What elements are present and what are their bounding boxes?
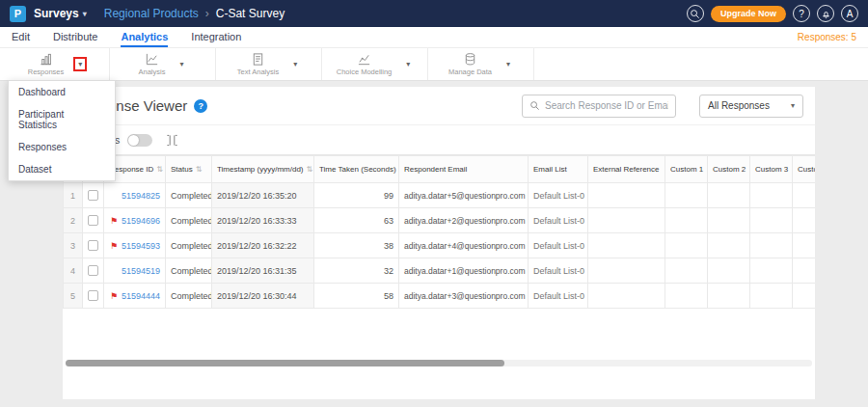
sort-icon[interactable]: ⇅ — [156, 165, 163, 174]
menu-item-participant-statistics[interactable]: Participant Statistics — [9, 103, 115, 136]
row-checkbox[interactable] — [88, 290, 98, 301]
table-row: 2⚑51594696Completed2019/12/20 16:33:3363… — [64, 208, 816, 233]
response-id-link[interactable]: 51594444 — [122, 291, 160, 301]
status-cell: Completed — [166, 233, 212, 258]
row-checkbox[interactable] — [88, 240, 98, 251]
column-header-timestamp-yyyy-mm-dd-[interactable]: Timestamp (yyyy/mm/dd)⇅ — [212, 156, 314, 183]
row-number: 1 — [64, 183, 83, 208]
help-button[interactable]: ? — [793, 5, 810, 22]
response-id-cell: ⚑51594696 — [104, 208, 166, 233]
chevron-down-icon: ▾ — [83, 10, 87, 18]
column-header-label: Custom 1 — [670, 165, 703, 174]
survey-nav-tabs: EditDistributeAnalyticsIntegration — [12, 27, 241, 47]
toolbar-item-manage-data[interactable]: Manage Data — [448, 52, 492, 76]
toolbar-caret-manage-data[interactable]: ▾ — [503, 59, 513, 69]
column-header-custom-1: Custom 1 — [665, 156, 708, 183]
column-header-email-list: Email List — [529, 156, 588, 183]
sort-icon[interactable]: ⇅ — [196, 165, 203, 174]
surveys-menu-label: Surveys — [34, 7, 79, 20]
empty-cell — [793, 233, 816, 258]
global-search-button[interactable] — [687, 5, 704, 22]
toolbar-item-analysis[interactable]: Analysis — [139, 52, 166, 76]
email-list-cell: Default List-0 — [529, 233, 588, 258]
choice-modelling-icon — [357, 52, 371, 67]
response-id-link[interactable]: 51594519 — [122, 266, 160, 276]
column-header-custom-4: Custom 4 — [793, 156, 816, 183]
row-number: 2 — [64, 208, 83, 233]
column-header-status[interactable]: Status⇅ — [166, 156, 212, 183]
response-filter-select[interactable]: All Responses ▾ — [699, 95, 803, 118]
notifications-button[interactable] — [817, 5, 834, 22]
empty-cell — [750, 208, 793, 233]
toolbar-item-choice-modelling[interactable]: Choice Modelling — [337, 52, 393, 76]
nav-tab-analytics[interactable]: Analytics — [121, 27, 168, 47]
responses-chart-icon — [39, 52, 53, 67]
column-header-time-taken-seconds-[interactable]: Time Taken (Seconds)⇅ — [314, 156, 399, 183]
empty-cell — [708, 208, 750, 233]
row-checkbox[interactable] — [88, 265, 98, 276]
response-id-link[interactable]: 51594825 — [122, 191, 160, 201]
timestamp-cell: 2019/12/20 16:31:35 — [212, 258, 314, 284]
empty-cell — [708, 284, 750, 309]
nav-tab-integration[interactable]: Integration — [191, 27, 241, 47]
toolbar-group-responses: Responses▾ — [4, 48, 110, 80]
columns-icon[interactable] — [166, 134, 178, 147]
time-taken-cell: 38 — [314, 233, 399, 258]
toolbar-caret-responses[interactable]: ▾ — [75, 59, 85, 69]
column-header-label: Email List — [533, 165, 567, 174]
menu-item-dashboard[interactable]: Dashboard — [9, 81, 115, 103]
horizontal-scrollbar[interactable] — [66, 360, 812, 366]
toolbar-item-responses[interactable]: Responses — [28, 52, 65, 76]
empty-cell — [665, 183, 708, 208]
row-select-cell — [83, 183, 104, 208]
row-checkbox[interactable] — [88, 215, 98, 226]
column-header-label: Time Taken (Seconds) — [319, 165, 396, 174]
topbar: P Surveys ▾ Regional Products › C-Sat Su… — [0, 0, 868, 27]
viewer-header: Response Viewer ? All Responses ▾ — [63, 87, 815, 125]
flag-icon: ⚑ — [110, 241, 118, 251]
search-input[interactable] — [545, 100, 668, 111]
breadcrumb: Regional Products › C-Sat Survey — [104, 7, 285, 20]
row-checkbox[interactable] — [88, 190, 98, 201]
questions-toggle[interactable] — [127, 134, 152, 147]
respondent-email-cell: aditya.datar+5@questionpro.com — [399, 183, 529, 208]
empty-cell — [588, 183, 665, 208]
toolbar-item-text-analysis[interactable]: Text Analysis — [237, 52, 279, 76]
nav-tab-edit[interactable]: Edit — [12, 27, 30, 47]
text-analysis-icon — [251, 52, 265, 67]
toolbar-item-label: Responses — [28, 68, 65, 76]
respondent-email-cell: aditya.datar+3@questionpro.com — [399, 284, 529, 309]
column-header-custom-3: Custom 3 — [750, 156, 793, 183]
status-cell: Completed — [166, 284, 212, 309]
scrollbar-thumb[interactable] — [66, 360, 504, 366]
toolbar-caret-text-analysis[interactable]: ▾ — [290, 59, 300, 69]
search-icon — [529, 100, 540, 111]
sort-icon[interactable]: ⇅ — [307, 165, 313, 174]
response-viewer-card: Response Viewer ? All Responses ▾ Questi… — [63, 87, 815, 399]
toolbar-caret-analysis[interactable]: ▾ — [176, 59, 186, 69]
nav-tab-distribute[interactable]: Distribute — [53, 27, 97, 47]
help-icon[interactable]: ? — [194, 99, 207, 113]
questionpro-logo[interactable]: P — [10, 6, 26, 22]
email-list-cell: Default List-0 — [529, 258, 588, 284]
account-avatar[interactable]: A — [841, 5, 858, 22]
empty-cell — [665, 284, 708, 309]
table-row: 451594519Completed2019/12/20 16:31:3532a… — [64, 258, 816, 284]
email-list-cell: Default List-0 — [529, 183, 588, 208]
upgrade-button[interactable]: Upgrade Now — [711, 6, 786, 22]
response-id-cell: ⚑51594593 — [104, 233, 166, 258]
response-id-link[interactable]: 51594593 — [122, 241, 160, 251]
response-id-link[interactable]: 51594696 — [122, 216, 160, 226]
column-header-label: Respondent Email — [404, 165, 467, 174]
menu-item-responses[interactable]: Responses — [9, 136, 115, 158]
column-header-label: Status — [171, 165, 193, 174]
breadcrumb-parent-link[interactable]: Regional Products — [104, 7, 199, 20]
toolbar-item-label: Analysis — [139, 68, 166, 76]
survey-nav: EditDistributeAnalyticsIntegration Respo… — [0, 27, 868, 48]
surveys-menu[interactable]: Surveys ▾ — [34, 7, 87, 20]
menu-item-dataset[interactable]: Dataset — [9, 158, 115, 180]
toolbar-caret-choice-modelling[interactable]: ▾ — [403, 59, 413, 69]
row-number: 4 — [64, 258, 83, 284]
timestamp-cell: 2019/12/20 16:33:33 — [212, 208, 314, 233]
time-taken-cell: 58 — [314, 284, 399, 309]
